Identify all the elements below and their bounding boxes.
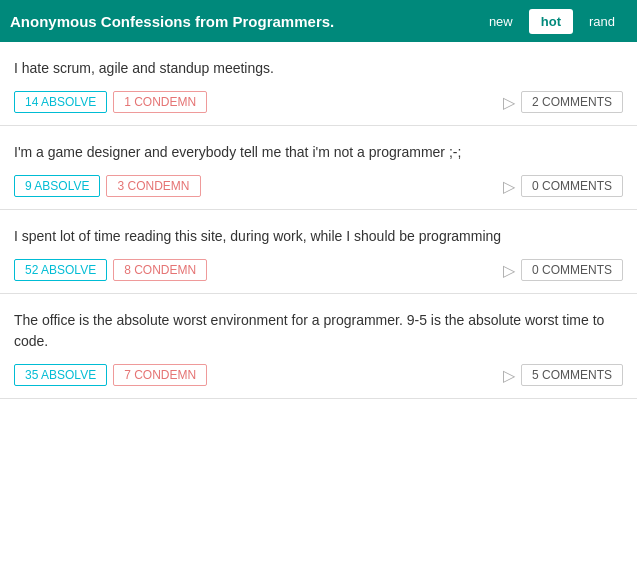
header: Anonymous Confessions from Programmers. … xyxy=(0,0,637,42)
post-actions: 9 ABSOLVE3 CONDEMN▷0 COMMENTS xyxy=(14,175,623,197)
nav-btn-rand[interactable]: rand xyxy=(577,9,627,34)
comments-button[interactable]: 0 COMMENTS xyxy=(521,259,623,281)
post-text: The office is the absolute worst environ… xyxy=(14,310,623,352)
comments-button[interactable]: 2 COMMENTS xyxy=(521,91,623,113)
absolve-button[interactable]: 35 ABSOLVE xyxy=(14,364,107,386)
post-text: I spent lot of time reading this site, d… xyxy=(14,226,623,247)
post-item: I hate scrum, agile and standup meetings… xyxy=(0,42,637,126)
comments-area: ▷0 COMMENTS xyxy=(503,259,623,281)
condemn-button[interactable]: 7 CONDEMN xyxy=(113,364,207,386)
condemn-button[interactable]: 3 CONDEMN xyxy=(106,175,200,197)
comments-area: ▷5 COMMENTS xyxy=(503,364,623,386)
comments-button[interactable]: 5 COMMENTS xyxy=(521,364,623,386)
comments-area: ▷0 COMMENTS xyxy=(503,175,623,197)
condemn-button[interactable]: 1 CONDEMN xyxy=(113,91,207,113)
absolve-button[interactable]: 14 ABSOLVE xyxy=(14,91,107,113)
post-item: The office is the absolute worst environ… xyxy=(0,294,637,399)
post-text: I hate scrum, agile and standup meetings… xyxy=(14,58,623,79)
post-actions: 52 ABSOLVE8 CONDEMN▷0 COMMENTS xyxy=(14,259,623,281)
post-text: I'm a game designer and everybody tell m… xyxy=(14,142,623,163)
comments-icon: ▷ xyxy=(503,261,515,280)
header-title: Anonymous Confessions from Programmers. xyxy=(10,13,477,30)
comments-icon: ▷ xyxy=(503,177,515,196)
comments-icon: ▷ xyxy=(503,366,515,385)
posts-container: I hate scrum, agile and standup meetings… xyxy=(0,42,637,399)
post-item: I spent lot of time reading this site, d… xyxy=(0,210,637,294)
post-item: I'm a game designer and everybody tell m… xyxy=(0,126,637,210)
comments-area: ▷2 COMMENTS xyxy=(503,91,623,113)
absolve-button[interactable]: 52 ABSOLVE xyxy=(14,259,107,281)
nav-btn-new[interactable]: new xyxy=(477,9,525,34)
comments-button[interactable]: 0 COMMENTS xyxy=(521,175,623,197)
absolve-button[interactable]: 9 ABSOLVE xyxy=(14,175,100,197)
comments-icon: ▷ xyxy=(503,93,515,112)
post-actions: 35 ABSOLVE7 CONDEMN▷5 COMMENTS xyxy=(14,364,623,386)
condemn-button[interactable]: 8 CONDEMN xyxy=(113,259,207,281)
post-actions: 14 ABSOLVE1 CONDEMN▷2 COMMENTS xyxy=(14,91,623,113)
nav-btn-hot[interactable]: hot xyxy=(529,9,573,34)
header-nav: newhotrand xyxy=(477,9,627,34)
